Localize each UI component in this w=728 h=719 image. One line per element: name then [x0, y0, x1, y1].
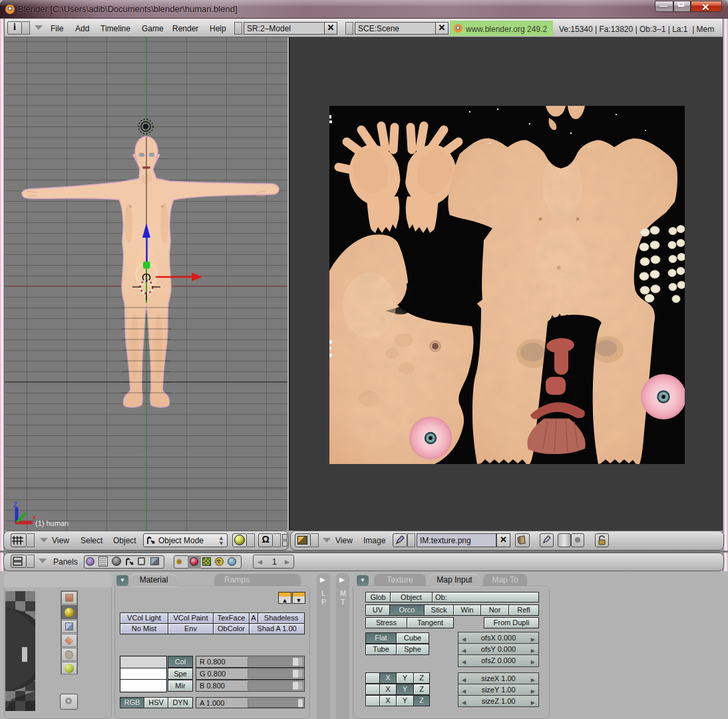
svg-text:Z: Z	[13, 501, 17, 509]
svg-text:(1) human: (1) human	[35, 519, 69, 527]
